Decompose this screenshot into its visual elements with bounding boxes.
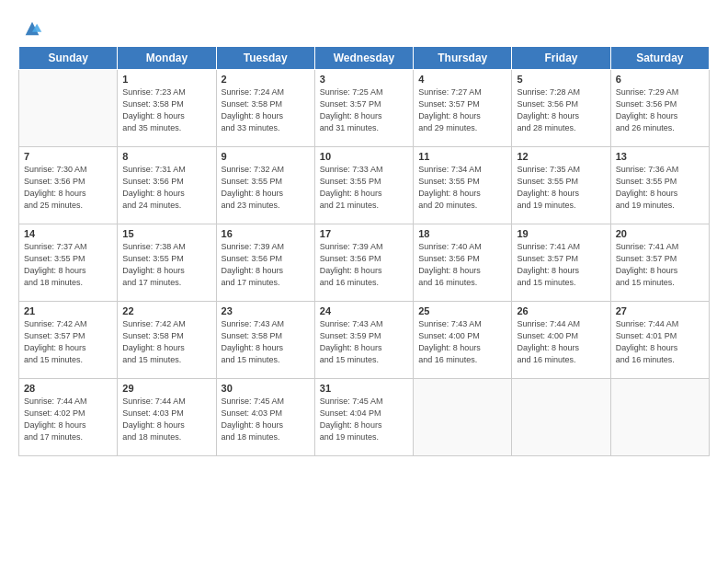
day-number: 8 — [122, 151, 210, 162]
day-info: Sunrise: 7:38 AMSunset: 3:55 PMDaylight:… — [122, 241, 210, 289]
calendar-cell: 2Sunrise: 7:24 AMSunset: 3:58 PMDaylight… — [216, 70, 314, 147]
weekday-header-friday: Friday — [512, 47, 610, 70]
day-number: 5 — [517, 74, 605, 85]
calendar-cell: 21Sunrise: 7:42 AMSunset: 3:57 PMDayligh… — [19, 302, 118, 379]
day-number: 3 — [320, 74, 408, 85]
day-info: Sunrise: 7:40 AMSunset: 3:56 PMDaylight:… — [418, 241, 506, 289]
day-number: 15 — [122, 228, 210, 239]
calendar-cell: 29Sunrise: 7:44 AMSunset: 4:03 PMDayligh… — [118, 379, 216, 456]
day-number: 2 — [222, 74, 310, 85]
day-info: Sunrise: 7:44 AMSunset: 4:01 PMDaylight:… — [616, 318, 704, 366]
day-number: 22 — [122, 305, 210, 316]
day-info: Sunrise: 7:27 AMSunset: 3:57 PMDaylight:… — [418, 86, 506, 134]
calendar-cell: 4Sunrise: 7:27 AMSunset: 3:57 PMDaylight… — [414, 70, 512, 147]
day-number: 18 — [418, 228, 506, 239]
day-number: 21 — [24, 305, 112, 316]
calendar-cell: 31Sunrise: 7:45 AMSunset: 4:04 PMDayligh… — [314, 379, 413, 456]
calendar-cell: 7Sunrise: 7:30 AMSunset: 3:56 PMDaylight… — [19, 147, 118, 224]
day-info: Sunrise: 7:43 AMSunset: 3:59 PMDaylight:… — [320, 318, 408, 366]
day-info: Sunrise: 7:41 AMSunset: 3:57 PMDaylight:… — [517, 241, 605, 289]
calendar-cell: 14Sunrise: 7:37 AMSunset: 3:55 PMDayligh… — [19, 224, 118, 302]
day-info: Sunrise: 7:23 AMSunset: 3:58 PMDaylight:… — [122, 86, 210, 134]
calendar-cell: 19Sunrise: 7:41 AMSunset: 3:57 PMDayligh… — [512, 224, 610, 302]
day-number: 13 — [616, 151, 704, 162]
day-info: Sunrise: 7:31 AMSunset: 3:56 PMDaylight:… — [122, 164, 210, 212]
calendar-cell: 24Sunrise: 7:43 AMSunset: 3:59 PMDayligh… — [314, 302, 413, 379]
day-number: 19 — [517, 228, 605, 239]
calendar-cell: 16Sunrise: 7:39 AMSunset: 3:56 PMDayligh… — [216, 224, 314, 302]
day-number: 31 — [320, 383, 408, 394]
day-info: Sunrise: 7:28 AMSunset: 3:56 PMDaylight:… — [517, 86, 605, 134]
day-info: Sunrise: 7:36 AMSunset: 3:55 PMDaylight:… — [616, 164, 704, 212]
calendar-cell: 3Sunrise: 7:25 AMSunset: 3:57 PMDaylight… — [314, 70, 413, 147]
day-info: Sunrise: 7:33 AMSunset: 3:55 PMDaylight:… — [320, 164, 408, 212]
calendar-cell: 26Sunrise: 7:44 AMSunset: 4:00 PMDayligh… — [512, 302, 610, 379]
day-info: Sunrise: 7:42 AMSunset: 3:57 PMDaylight:… — [24, 318, 112, 366]
logo-icon — [22, 18, 42, 39]
weekday-header-monday: Monday — [118, 47, 216, 70]
calendar-cell: 28Sunrise: 7:44 AMSunset: 4:02 PMDayligh… — [19, 379, 118, 456]
calendar-cell — [414, 379, 512, 456]
calendar-cell: 13Sunrise: 7:36 AMSunset: 3:55 PMDayligh… — [610, 147, 709, 224]
day-number: 7 — [24, 151, 112, 162]
day-info: Sunrise: 7:43 AMSunset: 4:00 PMDaylight:… — [418, 318, 506, 366]
day-number: 14 — [24, 228, 112, 239]
day-info: Sunrise: 7:29 AMSunset: 3:56 PMDaylight:… — [616, 86, 704, 134]
day-number: 1 — [122, 74, 210, 85]
day-info: Sunrise: 7:45 AMSunset: 4:04 PMDaylight:… — [320, 396, 408, 443]
page-header — [18, 17, 710, 39]
day-number: 6 — [616, 74, 704, 85]
weekday-header-tuesday: Tuesday — [216, 47, 314, 70]
calendar-week-row: 28Sunrise: 7:44 AMSunset: 4:02 PMDayligh… — [19, 379, 710, 456]
day-number: 12 — [517, 151, 605, 162]
day-number: 17 — [320, 228, 408, 239]
day-info: Sunrise: 7:44 AMSunset: 4:02 PMDaylight:… — [24, 396, 112, 443]
day-number: 4 — [418, 74, 506, 85]
day-number: 20 — [616, 228, 704, 239]
day-number: 28 — [24, 383, 112, 394]
weekday-header-thursday: Thursday — [414, 47, 512, 70]
day-number: 9 — [222, 151, 310, 162]
calendar-cell: 30Sunrise: 7:45 AMSunset: 4:03 PMDayligh… — [216, 379, 314, 456]
calendar-cell — [512, 379, 610, 456]
day-info: Sunrise: 7:41 AMSunset: 3:57 PMDaylight:… — [616, 241, 704, 289]
day-info: Sunrise: 7:25 AMSunset: 3:57 PMDaylight:… — [320, 86, 408, 134]
calendar-cell: 27Sunrise: 7:44 AMSunset: 4:01 PMDayligh… — [610, 302, 709, 379]
calendar-week-row: 21Sunrise: 7:42 AMSunset: 3:57 PMDayligh… — [19, 302, 710, 379]
weekday-header-row: SundayMondayTuesdayWednesdayThursdayFrid… — [19, 47, 710, 70]
calendar-week-row: 1Sunrise: 7:23 AMSunset: 3:58 PMDaylight… — [19, 70, 710, 147]
day-number: 25 — [418, 305, 506, 316]
day-number: 30 — [222, 383, 310, 394]
calendar-cell — [19, 70, 118, 147]
day-number: 26 — [517, 305, 605, 316]
weekday-header-wednesday: Wednesday — [314, 47, 413, 70]
day-info: Sunrise: 7:45 AMSunset: 4:03 PMDaylight:… — [222, 396, 310, 443]
weekday-header-sunday: Sunday — [19, 47, 118, 70]
day-info: Sunrise: 7:34 AMSunset: 3:55 PMDaylight:… — [418, 164, 506, 212]
day-number: 24 — [320, 305, 408, 316]
calendar-cell: 9Sunrise: 7:32 AMSunset: 3:55 PMDaylight… — [216, 147, 314, 224]
calendar-cell: 22Sunrise: 7:42 AMSunset: 3:58 PMDayligh… — [118, 302, 216, 379]
calendar-cell: 11Sunrise: 7:34 AMSunset: 3:55 PMDayligh… — [414, 147, 512, 224]
calendar-cell: 1Sunrise: 7:23 AMSunset: 3:58 PMDaylight… — [118, 70, 216, 147]
calendar-cell: 18Sunrise: 7:40 AMSunset: 3:56 PMDayligh… — [414, 224, 512, 302]
day-info: Sunrise: 7:44 AMSunset: 4:03 PMDaylight:… — [122, 396, 210, 443]
calendar-cell: 10Sunrise: 7:33 AMSunset: 3:55 PMDayligh… — [314, 147, 413, 224]
calendar-week-row: 14Sunrise: 7:37 AMSunset: 3:55 PMDayligh… — [19, 224, 710, 302]
calendar-cell: 25Sunrise: 7:43 AMSunset: 4:00 PMDayligh… — [414, 302, 512, 379]
day-number: 23 — [222, 305, 310, 316]
calendar-cell — [610, 379, 709, 456]
calendar-cell: 15Sunrise: 7:38 AMSunset: 3:55 PMDayligh… — [118, 224, 216, 302]
calendar-cell: 6Sunrise: 7:29 AMSunset: 3:56 PMDaylight… — [610, 70, 709, 147]
day-number: 16 — [222, 228, 310, 239]
calendar-table: SundayMondayTuesdayWednesdayThursdayFrid… — [18, 46, 710, 456]
day-info: Sunrise: 7:42 AMSunset: 3:58 PMDaylight:… — [122, 318, 210, 366]
day-info: Sunrise: 7:39 AMSunset: 3:56 PMDaylight:… — [320, 241, 408, 289]
day-info: Sunrise: 7:44 AMSunset: 4:00 PMDaylight:… — [517, 318, 605, 366]
logo — [18, 20, 42, 39]
day-info: Sunrise: 7:35 AMSunset: 3:55 PMDaylight:… — [517, 164, 605, 212]
day-info: Sunrise: 7:37 AMSunset: 3:55 PMDaylight:… — [24, 241, 112, 289]
day-number: 27 — [616, 305, 704, 316]
day-number: 10 — [320, 151, 408, 162]
weekday-header-saturday: Saturday — [610, 47, 709, 70]
